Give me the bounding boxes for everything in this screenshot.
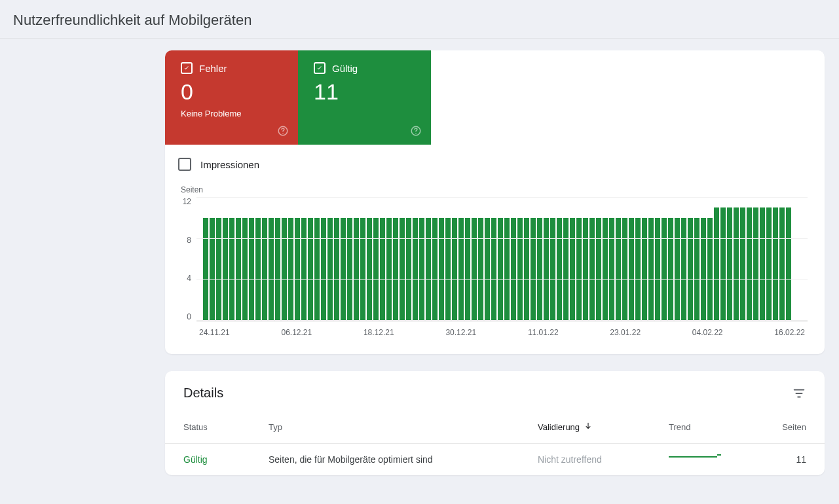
impressions-toggle[interactable]: Impressionen [165,145,825,175]
chart-bar [223,218,228,321]
chart-bar [563,218,569,321]
impressions-label: Impressionen [200,159,259,170]
chart-bar [557,218,562,321]
chart-bar [531,218,536,321]
chart-bar [413,218,418,321]
chart-bar [236,218,241,321]
filter-icon[interactable] [792,386,806,401]
chart-bar [544,218,549,321]
chart-bar [426,218,431,321]
chart-x-axis: 24.11.21 06.12.21 18.12.21 30.12.21 11.0… [196,328,808,337]
chart-bar [622,218,627,321]
chart-bar [347,218,352,321]
chart-bar [327,218,333,321]
chart-bar [282,218,287,321]
chart-bar [537,218,542,321]
details-card: Details Status Typ Validierung Trend Sei… [165,371,825,475]
chart-bar [675,218,680,321]
row-validierung: Nicht zutreffend [538,454,669,465]
chart: Seiten 12 8 4 0 24.11.21 06.12.21 18.12.… [165,175,825,354]
x-tick: 24.11.21 [199,328,230,337]
chart-bar [465,218,470,321]
details-heading: Details [183,386,223,401]
x-tick: 23.01.22 [610,328,641,337]
chart-bars [196,197,808,321]
summary-tiles: Fehler 0 Keine Probleme Gültig 11 [165,50,825,145]
chart-bar [596,218,601,321]
tile-valid[interactable]: Gültig 11 [298,50,431,145]
chart-bar [740,207,745,321]
table-row[interactable]: Gültig Seiten, die für Mobilgeräte optim… [165,444,825,475]
col-trend[interactable]: Trend [669,422,760,432]
tile-error[interactable]: Fehler 0 Keine Probleme [165,50,298,145]
chart-bar [478,218,483,321]
chart-bar [688,218,693,321]
chart-bar [216,218,221,321]
table-header: Status Typ Validierung Trend Seiten [165,411,825,444]
chart-bar [334,218,339,321]
col-seiten[interactable]: Seiten [760,422,806,432]
checkbox-checked-icon [314,62,326,74]
chart-bar [314,218,320,321]
chart-bar [432,218,438,321]
col-status[interactable]: Status [183,422,269,432]
chart-bar [269,218,274,321]
chart-bar [380,218,385,321]
chart-bar [583,218,588,321]
chart-bar [301,218,307,321]
chart-bar [458,218,464,321]
chart-bar [550,218,555,321]
x-tick: 18.12.21 [364,328,394,337]
x-tick: 04.02.22 [692,328,723,337]
tile-error-note: Keine Probleme [181,109,288,118]
svg-point-1 [282,133,283,134]
chart-bar [445,218,451,321]
chart-bar [354,218,359,321]
chart-bar [275,218,280,321]
x-tick: 11.01.22 [528,328,559,337]
chart-bar [694,218,699,321]
col-validierung[interactable]: Validierung [538,422,669,433]
chart-bar [386,218,392,321]
chart-bar [779,207,785,321]
chart-bar [360,218,365,321]
chart-bar [773,207,778,321]
chart-ylabel: Seiten [181,185,808,194]
chart-bar [589,218,595,321]
chart-bar [406,218,411,321]
svg-point-3 [415,133,416,134]
chart-bar [229,218,234,321]
chart-bar [570,218,575,321]
col-typ[interactable]: Typ [269,422,538,432]
y-tick: 4 [187,274,191,283]
chart-bar [629,218,634,321]
chart-bar [727,207,732,321]
chart-bar [288,218,293,321]
chart-bar [439,218,444,321]
row-seiten: 11 [760,454,806,465]
chart-bar [393,218,398,321]
chart-bar [714,207,719,321]
row-typ: Seiten, die für Mobilgeräte optimiert si… [269,454,538,465]
chart-bar [255,218,261,321]
checkbox-checked-icon [181,62,193,74]
row-status: Gültig [183,454,269,465]
x-tick: 06.12.21 [281,328,312,337]
chart-bar [734,207,739,321]
chart-bar [295,218,300,321]
chart-bar [249,218,254,321]
chart-bar [367,218,372,321]
chart-bar [707,218,713,321]
chart-bar [203,218,208,321]
chart-bar [642,218,647,321]
y-tick: 0 [187,312,191,321]
chart-bar [766,207,772,321]
summary-card: Fehler 0 Keine Probleme Gültig 11 Impres… [165,50,825,354]
help-icon[interactable] [277,125,289,137]
chart-bar [485,218,490,321]
x-tick: 16.02.22 [774,328,805,337]
help-icon[interactable] [410,125,422,137]
tile-valid-label: Gültig [332,63,358,74]
chart-bar [452,218,457,321]
tile-error-label: Fehler [199,63,227,74]
